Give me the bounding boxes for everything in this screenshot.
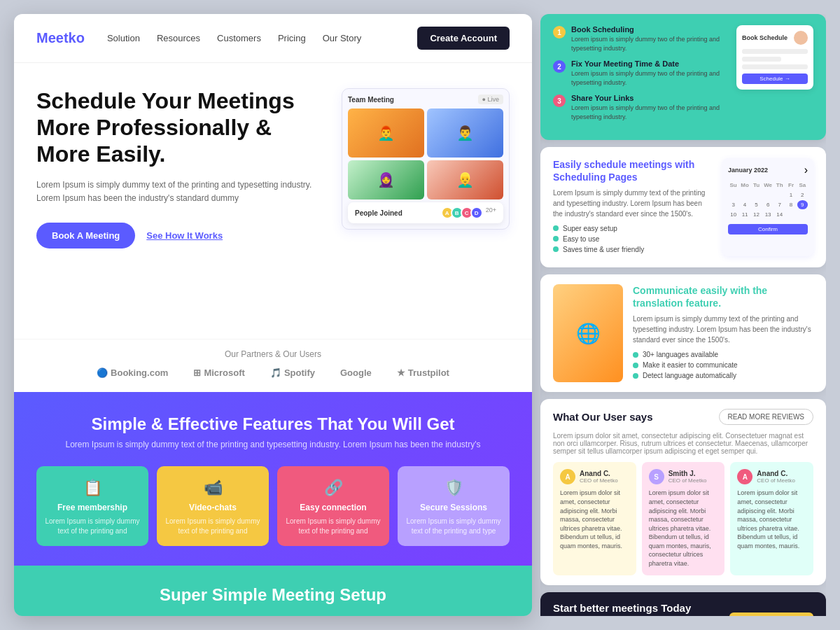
feature-name-membership: Free membership xyxy=(45,503,140,512)
cal-day-7[interactable]: 7 xyxy=(774,200,785,209)
cal-day-12[interactable]: 12 xyxy=(751,210,762,219)
video-badge: ● Live xyxy=(478,94,503,104)
rc-header-2: S Smith J. CEO of Meetko xyxy=(649,469,718,484)
cal-day-6[interactable]: 6 xyxy=(762,200,774,209)
cal-day-empty xyxy=(774,190,785,200)
calendar-grid: Su Mo Tu We Th Fr Sa 1 2 3 4 5 6 7 8 xyxy=(728,181,808,234)
cal-day-4[interactable]: 4 xyxy=(739,200,750,209)
rc-name-1: Anand C. xyxy=(580,470,618,477)
rc-name-3: Anand C. xyxy=(757,470,795,477)
translation-content: Communicate easily with the translation … xyxy=(633,284,813,382)
feature-card-connection: 🔗 Easy connection Lorem Ipsum is simply … xyxy=(277,466,389,546)
mockup-row-3 xyxy=(742,64,808,69)
see-how-button[interactable]: See How It Works xyxy=(146,230,223,241)
nav-solution[interactable]: Solution xyxy=(107,33,140,43)
step-num-1: 1 xyxy=(553,26,566,38)
nav-our-story[interactable]: Our Story xyxy=(323,33,362,43)
cal-day-3[interactable]: 3 xyxy=(728,200,738,209)
create-account-button[interactable]: Create Account xyxy=(417,27,510,50)
rc-role-3: CEO of Meetko xyxy=(757,477,795,484)
mockup-avatar xyxy=(794,31,808,45)
reviews-title: What Our User says xyxy=(553,411,653,423)
confirm-date-button[interactable]: Confirm xyxy=(728,224,808,234)
features-section: Simple & Effective Features That You Wil… xyxy=(14,392,532,566)
step-content-3: Share Your Links Lorem ipsum is simply d… xyxy=(571,94,728,121)
cal-header-tu: Tu xyxy=(751,181,762,190)
feature-desc-video: Lorem Ipsum is simply dummy text of the … xyxy=(165,517,260,536)
rc-text-1: Lorem ipsum dolor sit amet, consectetur … xyxy=(560,489,629,550)
cal-day-2[interactable]: 2 xyxy=(797,190,808,200)
setup-steps-section: 1 Book Scheduling Lorem ipsum is simply … xyxy=(540,14,826,140)
video-cell-3: 🧕 xyxy=(348,160,424,200)
cal-day-8[interactable]: 8 xyxy=(785,200,796,209)
video-icon: 📹 xyxy=(165,479,260,497)
scheduling-desc: Lorem Ipsum is simply dummy text of the … xyxy=(553,188,713,219)
step-content-2: Fix Your Meeting Time & Date Lorem ipsum… xyxy=(571,59,728,87)
rc-avatar-3: A xyxy=(737,469,752,484)
cal-day-5[interactable]: 5 xyxy=(751,200,762,209)
cal-day-11[interactable]: 11 xyxy=(739,210,750,219)
hero-section: Schedule Your Meetings More Professional… xyxy=(14,63,532,339)
cal-header-we: We xyxy=(762,181,774,190)
feature-desc-connection: Lorem Ipsum is simply dummy text of the … xyxy=(286,517,381,536)
features-title: Simple & Effective Features That You Wil… xyxy=(36,414,510,434)
nav-pricing[interactable]: Pricing xyxy=(278,33,306,43)
hero-subtitle: Lorem Ipsum is simply dummy text of the … xyxy=(36,178,328,205)
cal-day-14[interactable]: 14 xyxy=(774,210,785,219)
sch-dot-2 xyxy=(553,236,559,241)
step-title-1: Book Scheduling xyxy=(571,25,728,34)
cta-section: Start better meetings Today Lorem ipsum … xyxy=(540,592,826,616)
cal-day-9[interactable]: 9 xyxy=(797,200,808,209)
feature-card-video: 📹 Video-chats Lorem Ipsum is simply dumm… xyxy=(157,466,269,546)
scheduling-title: Easily schedule meetings with Scheduling… xyxy=(553,158,713,183)
feature-desc-membership: Lorem Ipsum is simply dummy text of the … xyxy=(45,517,140,536)
trans-dot-2 xyxy=(633,363,638,368)
nav-links: Solution Resources Customers Pricing Our… xyxy=(107,33,395,43)
people-count: 20+ xyxy=(486,206,496,219)
cal-day-10[interactable]: 10 xyxy=(728,210,738,219)
video-grid: 👨‍🦰 👨‍🦱 🧕 👱‍♂️ xyxy=(348,108,503,200)
video-cell-2: 👨‍🦱 xyxy=(427,108,503,158)
cal-day-13[interactable]: 13 xyxy=(762,210,774,219)
cal-header-fr: Fr xyxy=(785,181,796,190)
cal-header-th: Th xyxy=(774,181,785,190)
calendar-nav-icon[interactable]: › xyxy=(804,164,808,176)
nav-resources[interactable]: Resources xyxy=(157,33,200,43)
sch-feature-3: Saves time & user friendly xyxy=(553,246,713,253)
scheduling-text: Easily schedule meetings with Scheduling… xyxy=(553,158,713,256)
left-panel: Meetko Solution Resources Customers Pric… xyxy=(14,14,532,616)
bottom-teal-title-white: Super Simple xyxy=(160,585,267,604)
mockup-header: Book Schedule xyxy=(742,31,808,45)
features-grid: 📋 Free membership Lorem Ipsum is simply … xyxy=(36,466,510,546)
step-title-3: Share Your Links xyxy=(571,94,728,102)
calendar-header: January 2022 › xyxy=(728,164,808,176)
feature-card-membership: 📋 Free membership Lorem Ipsum is simply … xyxy=(36,466,148,546)
feature-name-secure: Secure Sessions xyxy=(406,503,501,512)
rc-header-3: A Anand C. CEO of Meetko xyxy=(737,469,806,484)
trans-feat-1: 30+ languages available xyxy=(633,351,813,358)
partner-trustpilot: ★ Trustpilot xyxy=(397,368,449,378)
people-avatars: A B C D 20+ xyxy=(444,206,496,219)
mockup-row-2 xyxy=(742,57,781,62)
setup-mockup: Book Schedule Schedule → xyxy=(736,25,813,90)
cal-day-1[interactable]: 1 xyxy=(785,190,796,200)
scheduling-section: Easily schedule meetings with Scheduling… xyxy=(540,147,826,267)
partners-section: Our Partners & Our Users 🔵 Booking.com ⊞… xyxy=(14,339,532,392)
bottom-teal-title-dark: Meeting Setup xyxy=(272,585,386,604)
nav-customers[interactable]: Customers xyxy=(217,33,261,43)
trans-feat-3: Detect language automatically xyxy=(633,372,813,379)
read-more-reviews-button[interactable]: READ MORE REVIEWS xyxy=(719,409,813,425)
booking-icon: 🔵 xyxy=(97,368,108,378)
translation-section: 🌐 Communicate easily with the translatio… xyxy=(540,274,826,392)
cal-header-mo: Mo xyxy=(739,181,750,190)
reviews-desc: Lorem ipsum dolor sit amet, consectetur … xyxy=(553,432,813,455)
book-meeting-button[interactable]: Book A Meeting xyxy=(36,223,135,248)
try-free-button[interactable]: TRY FOR FREE xyxy=(729,612,813,616)
feature-card-secure: 🛡️ Secure Sessions Lorem Ipsum is simply… xyxy=(398,466,510,546)
sch-feat-label-1: Super easy setup xyxy=(563,225,617,232)
scheduling-calendar: January 2022 › Su Mo Tu We Th Fr Sa 1 2 … xyxy=(722,158,813,256)
review-card-3: A Anand C. CEO of Meetko Lorem ipsum dol… xyxy=(730,462,813,575)
rc-text-3: Lorem ipsum dolor sit amet, consectetur … xyxy=(737,489,806,550)
partner-google: Google xyxy=(340,368,372,378)
translation-desc: Lorem ipsum is simply dummy text of the … xyxy=(633,314,813,345)
